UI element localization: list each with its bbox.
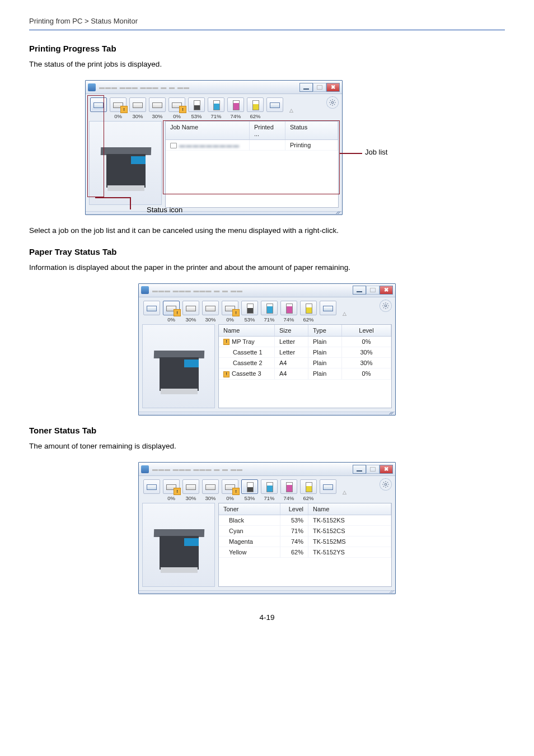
job-list-table[interactable]: Job Name Printed ... Status ▬▬▬▬▬▬▬▬▬ Pr…: [165, 121, 339, 208]
heading-progress: Printing Progress Tab: [29, 44, 505, 53]
col-level[interactable]: Level: [342, 325, 391, 336]
svg-point-0: [331, 102, 334, 104]
settings-button[interactable]: [380, 478, 392, 491]
tab-progress[interactable]: [89, 97, 108, 120]
callout-line: [130, 197, 131, 209]
figure-paper: ▬▬▬ ▬▬▬ ▬▬▬ ▬ ▬ ▬▬ 0% 30% 30% 0% 53% 71%…: [29, 283, 505, 416]
table-row[interactable]: Cassette 2A4Plain30%: [219, 358, 391, 368]
tab-paper-mp[interactable]: 0%: [162, 479, 181, 502]
printer-image: [89, 121, 162, 205]
minimize-button[interactable]: [299, 83, 313, 92]
table-row[interactable]: Cassette 1LetterPlain30%: [219, 347, 391, 358]
titlebar: ▬▬▬ ▬▬▬ ▬▬▬ ▬ ▬ ▬▬: [86, 81, 342, 94]
maximize-button[interactable]: [366, 286, 380, 295]
tab-toner-c[interactable]: 71%: [207, 97, 226, 120]
table-row[interactable]: Magenta74%TK-5152MS: [219, 536, 391, 547]
window-title: ▬▬▬ ▬▬▬ ▬▬▬ ▬ ▬ ▬▬: [152, 466, 353, 472]
tab-paper-mp[interactable]: 0%: [109, 97, 128, 120]
figure-progress: ▬▬▬ ▬▬▬ ▬▬▬ ▬ ▬ ▬▬ 0% 30% 30% 0% 53% 71%…: [85, 80, 505, 215]
tab-paper-c3[interactable]: 0%: [167, 97, 186, 120]
close-button[interactable]: [326, 83, 340, 92]
heading-toner: Toner Status Tab: [29, 426, 505, 435]
table-row[interactable]: Yellow62%TK-5152YS: [219, 547, 391, 558]
desc-paper: Information is displayed about the paper…: [29, 262, 505, 273]
close-button[interactable]: [380, 465, 393, 474]
tab-toner-c[interactable]: 71%: [260, 479, 279, 502]
toolbar: 0% 30% 30% 0% 53% 71% 74% 62% △: [139, 476, 395, 503]
col-printed[interactable]: Printed ...: [250, 122, 285, 139]
col-level[interactable]: Level: [280, 503, 308, 515]
tab-toner-m[interactable]: 74%: [279, 479, 298, 502]
tab-paper-c1[interactable]: 30%: [128, 97, 147, 120]
col-tname[interactable]: Name: [308, 503, 391, 515]
resize-grip[interactable]: [139, 412, 395, 415]
printer-image: [142, 503, 215, 587]
maximize-button[interactable]: [366, 465, 380, 474]
tab-paper-c3[interactable]: 0%: [221, 301, 240, 323]
titlebar: ▬▬▬ ▬▬▬ ▬▬▬ ▬ ▬ ▬▬: [139, 284, 395, 297]
status-window: ▬▬▬ ▬▬▬ ▬▬▬ ▬ ▬ ▬▬ 0% 30% 30% 0% 53% 71%…: [138, 283, 396, 416]
tab-paper-c3[interactable]: 0%: [221, 479, 240, 502]
resize-grip[interactable]: [139, 590, 395, 594]
warning-icon: [223, 339, 229, 345]
tab-paper-mp[interactable]: 0%: [162, 301, 181, 323]
callout-line: [95, 197, 130, 198]
window-title: ▬▬▬ ▬▬▬ ▬▬▬ ▬ ▬ ▬▬: [152, 287, 353, 293]
col-name[interactable]: Name: [219, 325, 275, 336]
tab-toner-k[interactable]: 53%: [240, 301, 259, 323]
figure-toner: ▬▬▬ ▬▬▬ ▬▬▬ ▬ ▬ ▬▬ 0% 30% 30% 0% 53% 71%…: [29, 462, 505, 594]
minimize-button[interactable]: [353, 465, 366, 474]
tab-toner-m[interactable]: 74%: [226, 97, 245, 120]
tab-paper-c1[interactable]: 30%: [181, 479, 200, 502]
collapse-icon[interactable]: △: [343, 311, 346, 323]
collapse-icon[interactable]: △: [289, 108, 293, 120]
tab-progress[interactable]: [142, 479, 161, 502]
col-status[interactable]: Status: [285, 122, 338, 139]
table-row[interactable]: Cassette 3A4Plain0%: [219, 368, 391, 380]
titlebar: ▬▬▬ ▬▬▬ ▬▬▬ ▬ ▬ ▬▬: [139, 463, 395, 476]
settings-button[interactable]: [326, 96, 339, 109]
tab-alert[interactable]: [318, 479, 338, 502]
col-toner[interactable]: Toner: [219, 503, 280, 515]
col-type[interactable]: Type: [308, 325, 342, 336]
tab-paper-c2[interactable]: 30%: [201, 479, 220, 502]
app-icon: [141, 286, 149, 294]
resize-grip[interactable]: [86, 211, 342, 214]
tab-alert[interactable]: [265, 97, 284, 120]
paper-tray-table[interactable]: Name Size Type Level MP TrayLetterPlain0…: [218, 324, 392, 408]
warning-icon: [223, 371, 229, 377]
table-row[interactable]: Cyan71%TK-5152CS: [219, 526, 391, 536]
table-row[interactable]: MP TrayLetterPlain0%: [219, 337, 391, 348]
tab-toner-y[interactable]: 62%: [299, 301, 318, 323]
tab-paper-c2[interactable]: 30%: [148, 97, 167, 120]
toolbar: 0% 30% 30% 0% 53% 71% 74% 62% △: [139, 297, 395, 324]
tab-toner-y[interactable]: 62%: [299, 479, 318, 502]
app-icon: [88, 83, 96, 91]
tab-progress[interactable]: [142, 301, 161, 323]
col-jobname[interactable]: Job Name: [166, 122, 250, 139]
status-window: ▬▬▬ ▬▬▬ ▬▬▬ ▬ ▬ ▬▬ 0% 30% 30% 0% 53% 71%…: [85, 80, 343, 215]
toner-table[interactable]: Toner Level Name Black53%TK-5152KSCyan71…: [218, 503, 392, 587]
printer-image: [142, 324, 215, 408]
tab-toner-m[interactable]: 74%: [279, 301, 298, 323]
col-size[interactable]: Size: [275, 325, 308, 336]
minimize-button[interactable]: [353, 286, 366, 295]
svg-point-1: [385, 305, 387, 307]
tab-toner-k[interactable]: 53%: [187, 97, 206, 120]
tab-paper-c1[interactable]: 30%: [181, 301, 200, 323]
table-row[interactable]: ▬▬▬▬▬▬▬▬▬ Printing: [166, 140, 338, 151]
settings-button[interactable]: [380, 300, 392, 312]
tab-alert[interactable]: [318, 301, 338, 323]
svg-point-2: [385, 483, 387, 486]
table-row[interactable]: Black53%TK-5152KS: [219, 515, 391, 526]
tab-paper-c2[interactable]: 30%: [201, 301, 220, 323]
callout-joblist: Job list: [365, 148, 387, 156]
close-button[interactable]: [380, 286, 393, 295]
desc-progress: The status of the print jobs is displaye…: [29, 59, 505, 70]
maximize-button[interactable]: [313, 83, 326, 92]
document-icon: [170, 143, 177, 148]
tab-toner-c[interactable]: 71%: [260, 301, 279, 323]
collapse-icon[interactable]: △: [343, 489, 346, 502]
tab-toner-k[interactable]: 53%: [240, 479, 259, 502]
tab-toner-y[interactable]: 62%: [246, 97, 265, 120]
